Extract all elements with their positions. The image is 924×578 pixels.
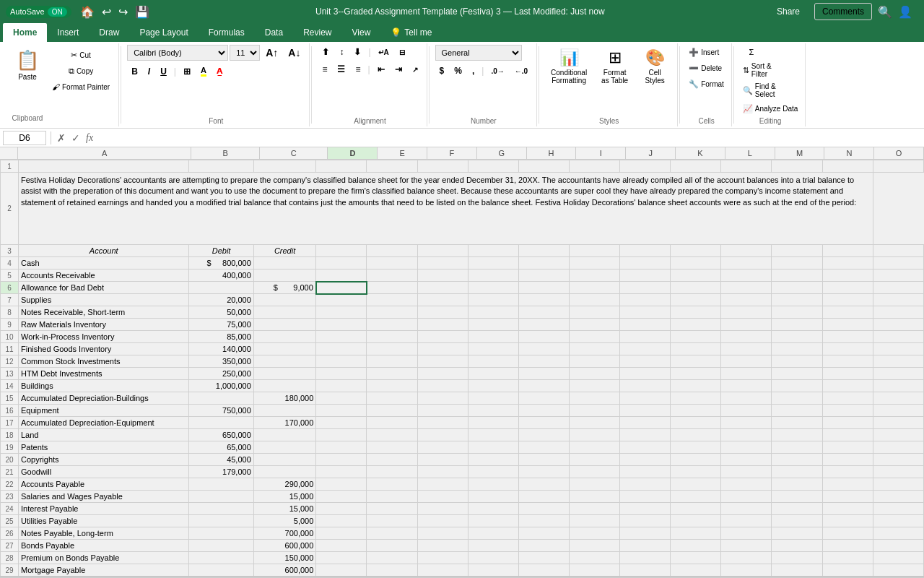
cell-m22[interactable] — [772, 478, 822, 491]
cell-j3[interactable] — [620, 245, 671, 257]
cell-l18[interactable] — [721, 429, 772, 441]
cell-o17[interactable] — [873, 417, 923, 429]
cell-j15[interactable] — [620, 392, 671, 405]
format-painter-button[interactable]: 🖌 Format Painter — [49, 79, 113, 94]
cell-n15[interactable] — [822, 392, 873, 405]
cell-c13[interactable] — [253, 368, 316, 380]
cell-b27[interactable] — [189, 540, 253, 552]
cell-f29[interactable] — [417, 564, 468, 577]
currency-button[interactable]: $ — [435, 64, 449, 78]
underline-button[interactable]: U — [156, 64, 171, 79]
cell-f10[interactable] — [417, 331, 468, 343]
cell-d1[interactable] — [316, 160, 367, 173]
increase-decimal-button[interactable]: .0→ — [487, 65, 508, 77]
cell-g25[interactable] — [468, 515, 518, 527]
cell-c6[interactable]: $ 9,000 — [253, 282, 316, 294]
cell-e8[interactable] — [367, 306, 417, 319]
font-color-button[interactable]: A̲ — [212, 64, 227, 78]
cell-i16[interactable] — [569, 405, 619, 417]
cell-h25[interactable] — [518, 515, 569, 527]
cell-k4[interactable] — [671, 257, 721, 269]
grid[interactable]: 1 — [0, 160, 924, 577]
cell-g21[interactable] — [468, 466, 518, 478]
cell-i21[interactable] — [569, 466, 619, 478]
cell-e28[interactable] — [367, 552, 417, 564]
tab-home[interactable]: Home — [3, 23, 47, 42]
cell-l25[interactable] — [721, 515, 772, 527]
cell-f16[interactable] — [417, 405, 468, 417]
cell-f6[interactable] — [417, 282, 468, 294]
cell-j19[interactable] — [620, 441, 671, 454]
cell-l8[interactable] — [721, 306, 772, 319]
confirm-formula-icon[interactable]: ✓ — [70, 132, 82, 144]
cell-m21[interactable] — [772, 466, 822, 478]
cell-h8[interactable] — [518, 306, 569, 319]
cell-e9[interactable] — [367, 319, 417, 331]
cell-b24[interactable] — [189, 503, 253, 515]
cell-e18[interactable] — [367, 429, 417, 441]
cell-b22[interactable] — [189, 478, 253, 491]
cell-d5[interactable] — [316, 269, 367, 282]
cell-m10[interactable] — [772, 331, 822, 343]
cell-i17[interactable] — [569, 417, 619, 429]
cell-d21[interactable] — [316, 466, 367, 478]
font-size-select[interactable]: 11 — [230, 45, 260, 61]
cell-k16[interactable] — [671, 405, 721, 417]
cell-i13[interactable] — [569, 368, 619, 380]
cell-h29[interactable] — [518, 564, 569, 577]
cell-a5[interactable]: Accounts Receivable — [19, 269, 189, 282]
cell-m12[interactable] — [772, 355, 822, 368]
cell-g19[interactable] — [468, 441, 518, 454]
cell-h22[interactable] — [518, 478, 569, 491]
cell-a3[interactable]: Account — [19, 245, 189, 257]
cell-n8[interactable] — [822, 306, 873, 319]
cell-i5[interactable] — [569, 269, 619, 282]
cell-m7[interactable] — [772, 294, 822, 306]
cell-b10[interactable]: 85,000 — [189, 331, 253, 343]
cell-l21[interactable] — [721, 466, 772, 478]
cell-g11[interactable] — [468, 343, 518, 355]
cell-f4[interactable] — [417, 257, 468, 269]
cut-button[interactable]: ✂ Cut — [49, 48, 113, 62]
cell-h23[interactable] — [518, 491, 569, 503]
fill-color-button[interactable]: A — [196, 64, 211, 79]
cell-l24[interactable] — [721, 503, 772, 515]
cell-i29[interactable] — [569, 564, 619, 577]
formula-input[interactable] — [97, 131, 921, 145]
cell-k1[interactable] — [671, 160, 721, 173]
format-table-button[interactable]: ⊞ Formatas Table — [596, 45, 634, 88]
cell-h21[interactable] — [518, 466, 569, 478]
cell-a25[interactable]: Utilities Payable — [19, 515, 189, 527]
cell-e1[interactable] — [367, 160, 417, 173]
cell-k9[interactable] — [671, 319, 721, 331]
cell-b28[interactable] — [189, 552, 253, 564]
cell-e10[interactable] — [367, 331, 417, 343]
cell-n9[interactable] — [822, 319, 873, 331]
cell-j27[interactable] — [620, 540, 671, 552]
cell-d16[interactable] — [316, 405, 367, 417]
cell-i4[interactable] — [569, 257, 619, 269]
cell-m24[interactable] — [772, 503, 822, 515]
cell-o15[interactable] — [873, 392, 923, 405]
cell-j8[interactable] — [620, 306, 671, 319]
cell-f3[interactable] — [417, 245, 468, 257]
cell-a22[interactable]: Accounts Payable — [19, 478, 189, 491]
cell-h6[interactable] — [518, 282, 569, 294]
cell-b13[interactable]: 250,000 — [189, 368, 253, 380]
cell-a14[interactable]: Buildings — [19, 380, 189, 392]
cell-o28[interactable] — [873, 552, 923, 564]
cell-j5[interactable] — [620, 269, 671, 282]
cell-n5[interactable] — [822, 269, 873, 282]
cell-l17[interactable] — [721, 417, 772, 429]
cell-g27[interactable] — [468, 540, 518, 552]
cell-b14[interactable]: 1,000,000 — [189, 380, 253, 392]
cell-j14[interactable] — [620, 380, 671, 392]
cell-g23[interactable] — [468, 491, 518, 503]
cell-k21[interactable] — [671, 466, 721, 478]
cell-e11[interactable] — [367, 343, 417, 355]
cell-styles-button[interactable]: 🎨 CellStyles — [637, 45, 673, 88]
cell-o8[interactable] — [873, 306, 923, 319]
sum-button[interactable]: Σ — [740, 45, 763, 59]
cell-k20[interactable] — [671, 454, 721, 466]
tab-page-layout[interactable]: Page Layout — [129, 23, 198, 42]
